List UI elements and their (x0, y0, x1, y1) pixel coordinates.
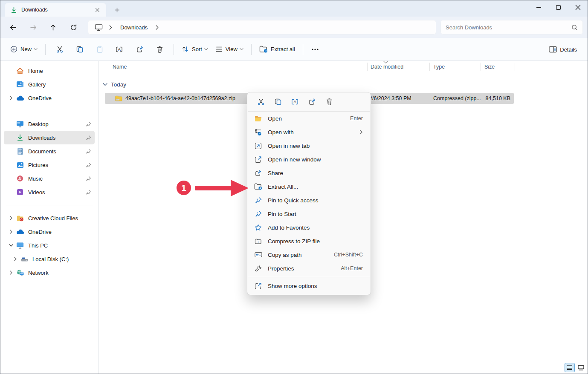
cut-button[interactable] (49, 42, 70, 57)
group-header-today[interactable]: Today (98, 78, 588, 91)
sidebar-item-documents[interactable]: Documents (4, 144, 95, 158)
collapse-chevron-icon[interactable] (6, 244, 16, 247)
pin-icon (254, 210, 262, 217)
breadcrumb-item-downloads[interactable]: Downloads (118, 23, 150, 32)
expand-chevron-icon[interactable] (6, 216, 16, 220)
rename-button[interactable]: A (110, 42, 130, 57)
more-options-button[interactable] (307, 42, 323, 57)
menu-item-pin-to-quick-access[interactable]: Pin to Quick access (249, 193, 368, 207)
command-toolbar: New A Sort (0, 38, 588, 61)
expand-chevron-icon[interactable] (6, 230, 16, 234)
sidebar-item-home[interactable]: Home (4, 64, 95, 78)
cut-icon[interactable] (252, 95, 269, 109)
pin-icon (86, 176, 91, 181)
sort-indicator-icon (383, 61, 388, 63)
navigation-bar: Downloads (0, 17, 588, 38)
svg-text:A: A (293, 99, 296, 104)
menu-item-share[interactable]: Share (249, 166, 368, 180)
copy-button[interactable] (70, 42, 90, 57)
sidebar-item-network[interactable]: Network (4, 266, 95, 279)
home-icon (16, 67, 24, 75)
extract-all-button[interactable]: Extract all (255, 42, 299, 57)
new-tab-button[interactable] (111, 5, 122, 14)
sidebar-item-music[interactable]: Music (4, 172, 95, 185)
view-toggles (565, 363, 586, 372)
chevron-down-icon (204, 48, 208, 51)
minimize-button[interactable] (529, 0, 548, 14)
search-box (440, 20, 583, 35)
expand-chevron-icon[interactable] (6, 270, 16, 275)
column-header-name[interactable]: Name (113, 64, 127, 70)
menu-item-properties[interactable]: Properties Alt+Enter (249, 262, 368, 275)
column-header-size[interactable]: Size (484, 64, 495, 70)
this-pc-icon (16, 242, 24, 249)
paste-icon (96, 46, 104, 53)
pictures-icon (16, 162, 24, 168)
menu-item-open-in-new-tab[interactable]: Open in new tab (249, 139, 368, 152)
sidebar-divider (6, 205, 93, 205)
tab-downloads[interactable]: Downloads (5, 3, 106, 17)
expand-chevron-icon[interactable] (6, 96, 16, 100)
back-button[interactable] (6, 20, 20, 34)
column-header-date-modified[interactable]: Date modified (371, 64, 403, 70)
menu-item-copy-as-path[interactable]: Copy as path Ctrl+Shift+C (249, 248, 368, 262)
sidebar-item-creative-cloud-files[interactable]: Creative Cloud Files (4, 211, 95, 225)
sidebar-item-label: Music (28, 175, 86, 182)
sidebar-item-downloads[interactable]: Downloads (4, 131, 95, 144)
refresh-button[interactable] (67, 20, 80, 34)
share-button[interactable] (130, 42, 150, 57)
file-explorer-window: Downloads (0, 0, 588, 374)
close-button[interactable] (568, 0, 588, 14)
menu-item-add-to-favorites[interactable]: Add to Favorites (249, 221, 368, 234)
sidebar-item-label: OneDrive (28, 95, 91, 101)
sidebar-item-gallery[interactable]: Gallery (4, 78, 95, 91)
pin-icon (86, 190, 91, 195)
sidebar-item-pictures[interactable]: Pictures (4, 158, 95, 172)
new-label: New (20, 46, 32, 52)
expand-chevron-icon[interactable] (11, 257, 20, 261)
thumbnail-view-toggle[interactable] (576, 363, 586, 372)
pin-icon (86, 121, 91, 127)
group-collapse-icon[interactable] (103, 83, 107, 86)
menu-item-show-more-options[interactable]: Show more options (249, 279, 368, 293)
details-button[interactable]: Details (545, 42, 581, 57)
up-button[interactable] (46, 20, 60, 34)
rename-icon: A (116, 46, 124, 53)
chevron-right-icon[interactable] (155, 25, 159, 30)
forward-button[interactable] (26, 20, 40, 34)
sidebar-item-local-disk-c[interactable]: Local Disk (C:) (8, 252, 95, 266)
menu-item-pin-to-start[interactable]: Pin to Start (249, 207, 368, 221)
menu-item-open-with[interactable]: Open with (249, 125, 368, 139)
maximize-button[interactable] (548, 0, 568, 14)
column-header-type[interactable]: Type (433, 64, 445, 70)
menu-separator (248, 277, 370, 277)
delete-button[interactable] (150, 42, 170, 57)
new-button[interactable]: New (6, 42, 41, 57)
sidebar-item-this-pc[interactable]: This PC (4, 239, 95, 252)
search-icon[interactable] (571, 24, 578, 31)
paste-button[interactable] (90, 42, 110, 57)
copy-icon[interactable] (269, 95, 287, 109)
toolbar-separator (174, 44, 174, 55)
menu-item-extract-all[interactable]: Extract All... (249, 180, 368, 193)
tab-close-icon[interactable] (93, 5, 102, 14)
context-menu: A Open Enter Open with (247, 92, 371, 295)
zip-file-icon (115, 95, 122, 101)
extract-all-label: Extract all (271, 46, 295, 52)
sidebar-item-videos[interactable]: Videos (4, 185, 95, 199)
sidebar-item-onedrive-2[interactable]: OneDrive (4, 225, 95, 239)
search-input[interactable] (446, 24, 571, 31)
breadcrumb[interactable]: Downloads (88, 20, 436, 35)
menu-item-compress-to-zip[interactable]: Compress to ZIP file (249, 234, 368, 248)
view-button[interactable]: View (212, 42, 247, 57)
rename-icon[interactable]: A (287, 95, 304, 109)
delete-icon[interactable] (321, 95, 338, 109)
sidebar-item-desktop[interactable]: Desktop (4, 117, 95, 131)
menu-item-open-in-new-window[interactable]: Open in new window (249, 152, 368, 166)
sort-button[interactable]: Sort (178, 42, 212, 57)
details-view-toggle[interactable] (565, 363, 575, 372)
this-pc-icon[interactable] (95, 24, 103, 31)
menu-item-open[interactable]: Open Enter (249, 112, 368, 125)
share-icon[interactable] (304, 95, 321, 109)
sidebar-item-onedrive[interactable]: OneDrive (4, 91, 95, 105)
